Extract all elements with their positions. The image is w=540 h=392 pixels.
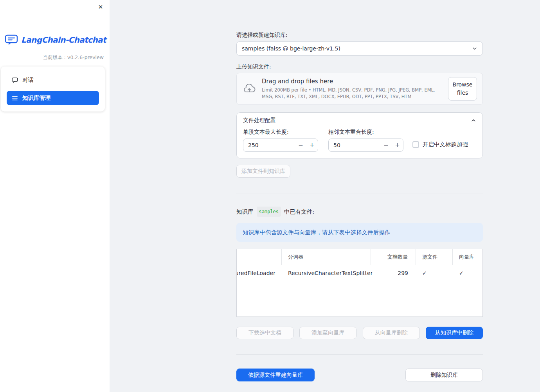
cloud-upload-icon (242, 83, 256, 95)
divider (236, 194, 483, 194)
dropzone-title: Drag and drop files here (262, 78, 443, 85)
kb-select-label: 请选择或新建知识库: (236, 31, 483, 39)
header-splitter: 分词器 (282, 249, 371, 265)
kb-actions-row: 依据源文件重建向量库 删除知识库 (236, 369, 483, 381)
chevron-down-icon (472, 46, 477, 51)
sidebar-item-label: 对话 (22, 76, 34, 84)
chunk-size-stepper: 250 − + (243, 138, 318, 152)
divider (236, 354, 483, 355)
info-banner: 知识库中包含源文件与向量库，请从下表中选择文件后操作 (236, 223, 483, 242)
kb-files-heading: 知识库 samples 中已有文件: (236, 207, 483, 217)
add-to-vector-store-button[interactable]: 添加至向量库 (299, 327, 356, 339)
expander-header[interactable]: 文件处理配置 (237, 113, 482, 128)
minus-icon[interactable]: − (380, 142, 392, 149)
upload-label: 上传知识文件: (236, 63, 483, 70)
header-source-file: 源文件 (416, 249, 453, 265)
table-row[interactable]: UnstructuredFileLoader RecursiveCharacte… (236, 265, 483, 281)
close-icon: ✕ (98, 4, 103, 11)
main-content: 请选择或新建知识库: samples (faiss @ bge-large-zh… (236, 0, 483, 381)
version-value: v0.2.6-preview (67, 54, 104, 60)
files-table[interactable]: 文档加载器 分词器 文档数量 源文件 向量库 UnstructuredFileL… (236, 249, 483, 317)
overlap-field: 相邻文本重合长度: 50 − + (328, 128, 403, 152)
chunk-size-label: 单段文本最大长度: (243, 128, 318, 135)
overlap-label: 相邻文本重合长度: (328, 128, 403, 135)
dropzone-text: Drag and drop files here Limit 200MB per… (262, 78, 443, 99)
header-doc-count: 文档数量 (371, 249, 416, 265)
cell-splitter: RecursiveCharacterTextSplitter (282, 265, 371, 281)
cell-doc-count: 299 (371, 265, 416, 281)
file-config-expander: 文件处理配置 单段文本最大长度: 250 − + 相邻文本重合长度: 50 (236, 112, 483, 158)
zh-title-enhance-label: 开启中文标题加强 (423, 141, 468, 148)
add-files-button[interactable]: 添加文件到知识库 (236, 165, 290, 178)
plus-icon[interactable]: + (392, 142, 403, 149)
header-loader: 文档加载器 (236, 249, 282, 265)
chunk-size-field: 单段文本最大长度: 250 − + (243, 128, 318, 152)
version-label: 当前版本： (43, 54, 68, 60)
dropzone-limit: Limit 200MB per file • HTML, MD, JSON, C… (262, 87, 443, 99)
kb-select[interactable]: samples (faiss @ bge-large-zh-v1.5) (236, 41, 483, 56)
expander-title: 文件处理配置 (243, 117, 276, 124)
chat-bubble-icon (12, 77, 18, 83)
file-actions-row: 下载选中文档 添加至向量库 从向量库删除 从知识库中删除 (236, 327, 483, 339)
kb-files-prefix: 知识库 (236, 207, 254, 216)
cell-loader: UnstructuredFileLoader (236, 265, 282, 281)
delete-from-vector-store-button[interactable]: 从向量库删除 (363, 327, 420, 339)
kb-select-value: samples (faiss @ bge-large-zh-v1.5) (242, 45, 340, 52)
version-text: 当前版本：v0.2.6-preview (43, 54, 104, 61)
app-logo: LangChain-Chatchat (4, 34, 106, 46)
plus-icon[interactable]: + (306, 142, 318, 149)
kb-files-suffix: 中已有文件: (284, 207, 314, 216)
cell-vector-store-check: ✓ (453, 265, 483, 281)
sidebar-menu: 对话 知识库管理 (1, 67, 105, 111)
table-header-row: 文档加载器 分词器 文档数量 源文件 向量库 (236, 249, 483, 265)
delete-kb-button[interactable]: 删除知识库 (405, 369, 483, 381)
kb-name-code: samples (257, 207, 281, 217)
minus-icon[interactable]: − (295, 142, 306, 149)
download-selected-button[interactable]: 下载选中文档 (236, 327, 293, 339)
expander-body: 单段文本最大长度: 250 − + 相邻文本重合长度: 50 − + 开启中文标… (237, 128, 482, 158)
chunk-size-input[interactable]: 250 (243, 142, 295, 148)
chevron-up-icon (471, 118, 476, 123)
cell-source-file-check: ✓ (416, 265, 453, 281)
sidebar-item-dialogue[interactable]: 对话 (7, 73, 99, 87)
sidebar-close-button[interactable]: ✕ (96, 3, 105, 11)
zh-title-enhance-field: 开启中文标题加强 (412, 141, 468, 148)
sidebar-item-knowledge-base[interactable]: 知识库管理 (7, 91, 99, 105)
browse-files-button[interactable]: Browse files (448, 77, 477, 101)
sidebar-item-label: 知识库管理 (22, 94, 51, 102)
files-table-inner: 文档加载器 分词器 文档数量 源文件 向量库 UnstructuredFileL… (236, 249, 483, 281)
info-text: 知识库中包含源文件与向量库，请从下表中选择文件后操作 (243, 229, 390, 236)
zh-title-enhance-checkbox[interactable] (412, 141, 419, 148)
delete-from-kb-button[interactable]: 从知识库中删除 (426, 327, 483, 339)
list-icon (12, 95, 18, 101)
overlap-stepper: 50 − + (328, 138, 403, 152)
app-title: LangChain-Chatchat (21, 35, 106, 45)
file-dropzone[interactable]: Drag and drop files here Limit 200MB per… (236, 73, 483, 105)
sidebar: ✕ LangChain-Chatchat 当前版本：v0.2.6-preview… (0, 0, 110, 392)
rebuild-vector-store-button[interactable]: 依据源文件重建向量库 (236, 369, 315, 381)
header-vector-store: 向量库 (453, 249, 483, 265)
overlap-input[interactable]: 50 (329, 142, 380, 148)
langchain-chatchat-logo-icon (4, 34, 18, 46)
